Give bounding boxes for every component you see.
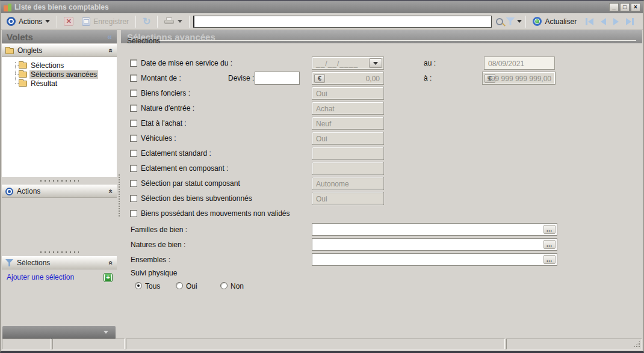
checkbox-vehicules[interactable] [130, 135, 137, 142]
browse-icon[interactable]: … [543, 255, 556, 264]
suivi-label: Suivi physique [131, 269, 177, 277]
delete-button[interactable]: ✕ [61, 16, 76, 27]
search-input[interactable] [193, 16, 492, 28]
search-icon[interactable] [496, 18, 503, 25]
toolbar-separator [135, 16, 136, 28]
checkbox-montant[interactable] [130, 75, 137, 82]
minimize-button[interactable]: _ [609, 3, 619, 11]
sidebar-splitter[interactable] [2, 248, 117, 256]
browse-icon[interactable]: … [543, 240, 556, 249]
next-record-button[interactable] [613, 18, 619, 25]
save-label: Enregistrer [93, 17, 129, 26]
statut-composant-field[interactable]: Autonome [312, 177, 384, 190]
row-suivi-physique: Suivi physique [121, 266, 642, 280]
checkbox-biens-fonciers[interactable] [130, 90, 137, 97]
collapse-section-icon[interactable]: « [107, 49, 116, 53]
row-label: Montant de : [141, 74, 181, 82]
tree-item-resultat[interactable]: Résultat [2, 79, 117, 88]
checkbox-date-service[interactable] [130, 60, 137, 67]
radio-label-non: Non [231, 282, 244, 290]
date-from-field[interactable]: __/__/____ [312, 57, 384, 70]
row-statut-composant: Sélection par statut composant Autonome [121, 177, 642, 190]
actions-section-header[interactable]: Actions « [2, 185, 117, 198]
browse-icon[interactable]: … [543, 225, 556, 234]
nature-entree-field[interactable]: Achat [312, 102, 384, 115]
row-familles: Familles de bien : … [121, 223, 642, 236]
checkbox-eclatement-standard[interactable] [130, 150, 137, 157]
folder-icon [19, 81, 27, 87]
checkbox-statut-composant[interactable] [130, 180, 137, 187]
checkbox-nature-entree[interactable] [130, 105, 137, 112]
row-natures: Natures de bien : … [121, 238, 642, 251]
resize-grip[interactable] [633, 340, 640, 348]
eclatement-standard-field[interactable] [312, 147, 384, 160]
actualiser-label: Actualiser [545, 17, 577, 26]
natures-field[interactable]: … [312, 238, 557, 251]
checkbox-etat-achat[interactable] [130, 120, 137, 127]
collapse-panel-icon[interactable]: « [107, 32, 112, 41]
printer-icon [164, 17, 175, 26]
sidebar-bottom-dropdown[interactable] [2, 326, 116, 339]
montant-to-field[interactable]: € 999 999 999 999,00 [482, 72, 556, 85]
refresh-circle-icon [533, 17, 542, 26]
maximize-button[interactable]: □ [620, 3, 630, 11]
field-value: Autonome [316, 180, 349, 188]
etat-achat-field[interactable]: Neuf [312, 117, 384, 130]
onglets-section-header[interactable]: Onglets « [2, 44, 117, 57]
date-to-field[interactable]: 08/09/2021 [484, 57, 555, 70]
checkbox-biens-subventionnes[interactable] [130, 195, 137, 202]
panel-splitter[interactable] [117, 30, 121, 341]
toolbar-separator [57, 16, 57, 28]
onglets-title: Onglets [17, 46, 105, 55]
filter-dropdown-icon[interactable] [517, 20, 522, 23]
page-title: Sélections avancées [121, 30, 642, 43]
row-etat-achat: Etat à l'achat : Neuf [121, 117, 642, 130]
print-button[interactable] [161, 16, 185, 27]
familles-field[interactable]: … [312, 223, 557, 236]
row-label: Biens possédant des mouvements non valid… [141, 209, 289, 218]
devise-input[interactable] [255, 72, 300, 85]
vehicules-field[interactable]: Oui [312, 132, 384, 145]
actions-label: Actions [19, 17, 42, 26]
chevron-down-icon [178, 20, 182, 23]
close-button[interactable]: × [631, 3, 640, 11]
row-ensembles: Ensembles : … [121, 253, 642, 266]
euro-icon[interactable]: € [314, 74, 325, 83]
refresh-data-button[interactable]: ↻ [140, 16, 153, 27]
tree-item-selections[interactable]: Sélections [2, 61, 117, 70]
row-vehicules: Véhicules : Oui [121, 132, 642, 145]
filter-icon[interactable] [506, 17, 515, 25]
montant-from-field[interactable]: € 0,00 [312, 72, 384, 85]
refresh-icon: ↻ [143, 17, 150, 26]
record-navigation [586, 18, 634, 25]
chevron-down-icon [45, 20, 50, 23]
add-selection-link[interactable]: Ajouter une sélection [7, 273, 104, 281]
status-cell [506, 339, 642, 349]
first-record-button[interactable] [586, 18, 593, 25]
actualiser-button[interactable]: Actualiser [530, 16, 580, 27]
previous-record-button[interactable] [601, 18, 606, 25]
folder-open-icon [19, 72, 27, 78]
radio-2[interactable] [220, 282, 228, 289]
selections-section-header[interactable]: Sélections « [2, 256, 117, 269]
radio-0[interactable] [135, 282, 142, 289]
actions-menu-button[interactable]: Actions [4, 16, 53, 27]
eclatement-composant-field[interactable] [312, 162, 384, 175]
sidebar-splitter[interactable] [2, 177, 117, 184]
checkbox-eclatement-composant[interactable] [130, 165, 137, 172]
add-icon[interactable]: + [104, 274, 112, 281]
row-biens-fonciers: Biens fonciers : Oui [121, 87, 642, 100]
save-button[interactable]: Enregistrer [79, 16, 132, 27]
titlebar: Liste des biens comptables _ □ × [1, 1, 643, 13]
checkbox-mouvements-non-valides[interactable] [130, 210, 137, 217]
collapse-section-icon[interactable]: « [107, 189, 116, 194]
date-dropdown-button[interactable] [369, 58, 382, 68]
ensembles-field[interactable]: … [312, 253, 557, 266]
biens-fonciers-field[interactable]: Oui [312, 87, 384, 100]
row-label: Biens fonciers : [141, 89, 190, 97]
radio-1[interactable] [176, 282, 183, 289]
biens-subventionnes-field[interactable]: Oui [312, 192, 384, 205]
tree-item-selections-avancees[interactable]: Sélections avancées [2, 70, 117, 79]
collapse-section-icon[interactable]: « [107, 261, 116, 265]
last-record-button[interactable] [626, 18, 634, 25]
